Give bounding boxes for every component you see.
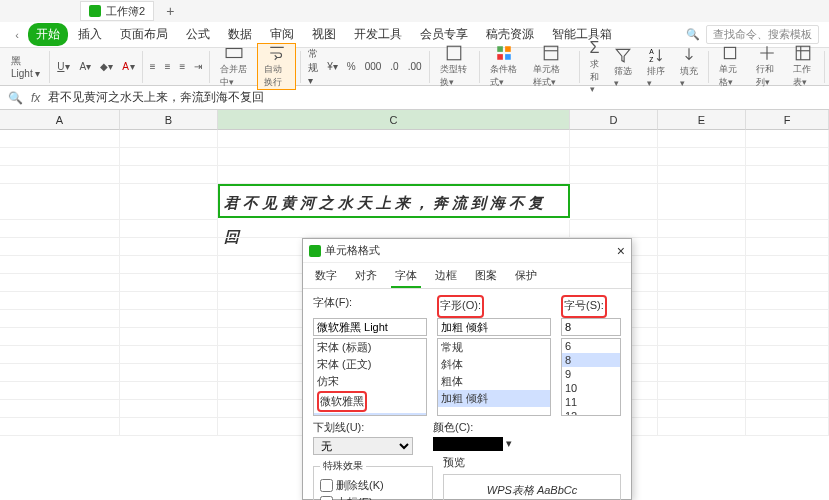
cell[interactable]	[218, 148, 570, 166]
cell[interactable]	[746, 364, 829, 382]
rowcol-button[interactable]: 行和列▾	[750, 44, 784, 89]
font-option[interactable]: 微软雅黑 Light	[314, 413, 426, 416]
cell[interactable]	[120, 220, 218, 238]
cell[interactable]	[658, 346, 746, 364]
cell[interactable]	[746, 400, 829, 418]
cell[interactable]	[658, 292, 746, 310]
font-list[interactable]: 宋体 (标题) 宋体 (正文) 仿宋 微软雅黑 微软雅黑 Light	[313, 338, 427, 416]
sum-button[interactable]: Σ求和▾	[584, 39, 606, 94]
cell[interactable]	[0, 166, 120, 184]
cell[interactable]	[658, 130, 746, 148]
col-header-f[interactable]: F	[746, 110, 829, 130]
type-convert-button[interactable]: 类型转换▾	[434, 44, 475, 89]
cell[interactable]	[658, 364, 746, 382]
font-option[interactable]: 宋体 (正文)	[314, 356, 426, 373]
menu-start[interactable]: 开始	[28, 23, 68, 46]
sort-button[interactable]: AZ排序▾	[641, 46, 671, 88]
close-icon[interactable]: ×	[617, 243, 625, 259]
tab-border[interactable]: 边框	[431, 265, 461, 288]
menu-dev[interactable]: 开发工具	[346, 23, 410, 46]
cell[interactable]	[570, 148, 658, 166]
style-input[interactable]	[437, 318, 551, 336]
size-option[interactable]: 10	[562, 381, 620, 395]
font-box-button[interactable]: A▾	[76, 59, 94, 74]
menu-formula[interactable]: 公式	[178, 23, 218, 46]
cell-style-button[interactable]: 单元格样式▾	[527, 44, 574, 89]
cell[interactable]	[120, 418, 218, 436]
menu-chevron-icon[interactable]: ‹	[8, 26, 26, 44]
cell[interactable]	[218, 220, 570, 238]
cell[interactable]	[658, 418, 746, 436]
align-left-button[interactable]: ≡	[147, 59, 159, 74]
style-option[interactable]: 常规	[438, 339, 550, 356]
font-option[interactable]: 微软雅黑	[314, 390, 426, 413]
cell[interactable]	[746, 328, 829, 346]
col-header-e[interactable]: E	[658, 110, 746, 130]
col-header-d[interactable]: D	[570, 110, 658, 130]
menu-layout[interactable]: 页面布局	[112, 23, 176, 46]
cell[interactable]	[0, 130, 120, 148]
cell[interactable]	[120, 166, 218, 184]
cell[interactable]	[746, 148, 829, 166]
zoom-icon[interactable]: 🔍	[8, 91, 23, 105]
cell[interactable]	[746, 130, 829, 148]
cell[interactable]	[746, 238, 829, 256]
cell[interactable]	[0, 382, 120, 400]
cell[interactable]	[120, 400, 218, 418]
cell[interactable]	[746, 292, 829, 310]
size-input[interactable]	[561, 318, 621, 336]
cell[interactable]	[120, 328, 218, 346]
cell[interactable]	[658, 274, 746, 292]
font-option[interactable]: 仿宋	[314, 373, 426, 390]
cell[interactable]	[0, 274, 120, 292]
cell[interactable]	[746, 166, 829, 184]
new-tab-button[interactable]: +	[160, 3, 180, 19]
cell[interactable]	[0, 292, 120, 310]
menu-view[interactable]: 视图	[304, 23, 344, 46]
superscript-checkbox[interactable]	[320, 496, 333, 500]
number-format-select[interactable]: 常规 ▾	[305, 45, 321, 88]
cell[interactable]	[658, 256, 746, 274]
percent-button[interactable]: %	[344, 59, 359, 74]
cell[interactable]	[746, 256, 829, 274]
wrap-text-button[interactable]: 自动换行	[257, 43, 296, 90]
tab-number[interactable]: 数字	[311, 265, 341, 288]
cell[interactable]	[658, 400, 746, 418]
cell[interactable]	[0, 238, 120, 256]
menu-resource[interactable]: 稿壳资源	[478, 23, 542, 46]
cell[interactable]	[658, 184, 746, 220]
merge-center-button[interactable]: 合并居中▾	[214, 44, 254, 89]
cell[interactable]	[570, 166, 658, 184]
cell[interactable]	[746, 184, 829, 220]
style-option[interactable]: 粗体	[438, 373, 550, 390]
tab-protect[interactable]: 保护	[511, 265, 541, 288]
strikethrough-checkbox[interactable]	[320, 479, 333, 492]
cell[interactable]	[120, 184, 218, 220]
cell[interactable]	[120, 382, 218, 400]
cell[interactable]	[120, 238, 218, 256]
fill-color-button[interactable]: ◆▾	[97, 59, 116, 74]
dialog-titlebar[interactable]: 单元格格式 ×	[303, 239, 631, 263]
cell[interactable]	[120, 130, 218, 148]
cell[interactable]	[746, 310, 829, 328]
cell[interactable]	[658, 310, 746, 328]
cell[interactable]	[0, 328, 120, 346]
font-color-button[interactable]: A▾	[119, 59, 138, 74]
cell[interactable]	[120, 148, 218, 166]
cell[interactable]	[0, 148, 120, 166]
menu-vip[interactable]: 会员专享	[412, 23, 476, 46]
menu-insert[interactable]: 插入	[70, 23, 110, 46]
size-option[interactable]: 8	[562, 353, 620, 367]
cell[interactable]	[658, 328, 746, 346]
font-option[interactable]: 宋体 (标题)	[314, 339, 426, 356]
tab-align[interactable]: 对齐	[351, 265, 381, 288]
size-option[interactable]: 6	[562, 339, 620, 353]
underline-select[interactable]: 无	[313, 437, 413, 455]
indent-button[interactable]: ⇥	[191, 59, 205, 74]
cond-format-button[interactable]: 条件格式▾	[484, 44, 525, 89]
cell[interactable]	[658, 166, 746, 184]
cell[interactable]	[746, 274, 829, 292]
size-option[interactable]: 12	[562, 409, 620, 416]
cell-button[interactable]: 单元格▾	[713, 44, 747, 89]
style-option[interactable]: 斜体	[438, 356, 550, 373]
